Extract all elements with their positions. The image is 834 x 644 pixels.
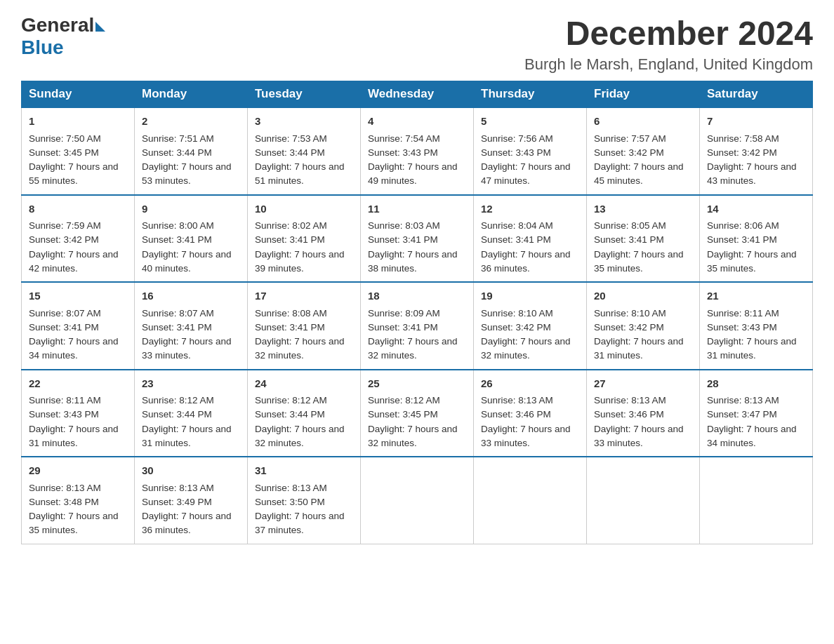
calendar-header-row: SundayMondayTuesdayWednesdayThursdayFrid… [22, 81, 813, 108]
day-number: 18 [368, 288, 466, 304]
calendar-cell: 15Sunrise: 8:07 AMSunset: 3:41 PMDayligh… [22, 282, 135, 370]
day-number: 24 [255, 376, 353, 392]
calendar-cell: 19Sunrise: 8:10 AMSunset: 3:42 PMDayligh… [474, 282, 587, 370]
location-title: Burgh le Marsh, England, United Kingdom [524, 55, 813, 74]
day-number: 26 [481, 376, 579, 392]
day-header-wednesday: Wednesday [361, 81, 474, 108]
day-number: 14 [707, 201, 805, 217]
day-number: 11 [368, 201, 466, 217]
calendar-cell: 13Sunrise: 8:05 AMSunset: 3:41 PMDayligh… [587, 195, 700, 283]
page-header: General Blue December 2024 Burgh le Mars… [21, 14, 813, 74]
calendar-cell: 27Sunrise: 8:13 AMSunset: 3:46 PMDayligh… [587, 370, 700, 457]
calendar-cell: 21Sunrise: 8:11 AMSunset: 3:43 PMDayligh… [700, 282, 813, 370]
calendar-cell: 17Sunrise: 8:08 AMSunset: 3:41 PMDayligh… [248, 282, 361, 370]
calendar-cell [361, 457, 474, 544]
day-number: 30 [142, 463, 240, 479]
calendar-cell: 23Sunrise: 8:12 AMSunset: 3:44 PMDayligh… [135, 370, 248, 457]
day-number: 23 [142, 376, 240, 392]
calendar-cell: 5Sunrise: 7:56 AMSunset: 3:43 PMDaylight… [474, 107, 587, 195]
day-number: 12 [481, 201, 579, 217]
calendar-cell: 9Sunrise: 8:00 AMSunset: 3:41 PMDaylight… [135, 195, 248, 283]
logo-general-text: General [21, 14, 94, 36]
calendar-cell: 25Sunrise: 8:12 AMSunset: 3:45 PMDayligh… [361, 370, 474, 457]
day-header-tuesday: Tuesday [248, 81, 361, 108]
calendar-cell: 28Sunrise: 8:13 AMSunset: 3:47 PMDayligh… [700, 370, 813, 457]
day-header-friday: Friday [587, 81, 700, 108]
calendar-table: SundayMondayTuesdayWednesdayThursdayFrid… [21, 81, 813, 544]
day-number: 31 [255, 463, 353, 479]
calendar-cell: 1Sunrise: 7:50 AMSunset: 3:45 PMDaylight… [22, 107, 135, 195]
day-number: 17 [255, 288, 353, 304]
calendar-week-row: 15Sunrise: 8:07 AMSunset: 3:41 PMDayligh… [22, 282, 813, 370]
calendar-cell: 3Sunrise: 7:53 AMSunset: 3:44 PMDaylight… [248, 107, 361, 195]
calendar-cell: 20Sunrise: 8:10 AMSunset: 3:42 PMDayligh… [587, 282, 700, 370]
calendar-cell: 8Sunrise: 7:59 AMSunset: 3:42 PMDaylight… [22, 195, 135, 283]
day-number: 7 [707, 114, 805, 130]
day-number: 10 [255, 201, 353, 217]
calendar-cell: 10Sunrise: 8:02 AMSunset: 3:41 PMDayligh… [248, 195, 361, 283]
calendar-cell: 26Sunrise: 8:13 AMSunset: 3:46 PMDayligh… [474, 370, 587, 457]
day-number: 16 [142, 288, 240, 304]
calendar-week-row: 29Sunrise: 8:13 AMSunset: 3:48 PMDayligh… [22, 457, 813, 544]
day-header-sunday: Sunday [22, 81, 135, 108]
day-number: 22 [29, 376, 127, 392]
day-number: 29 [29, 463, 127, 479]
day-number: 19 [481, 288, 579, 304]
day-number: 20 [594, 288, 692, 304]
calendar-cell: 22Sunrise: 8:11 AMSunset: 3:43 PMDayligh… [22, 370, 135, 457]
calendar-cell: 16Sunrise: 8:07 AMSunset: 3:41 PMDayligh… [135, 282, 248, 370]
day-header-monday: Monday [135, 81, 248, 108]
calendar-cell: 6Sunrise: 7:57 AMSunset: 3:42 PMDaylight… [587, 107, 700, 195]
day-number: 2 [142, 114, 240, 130]
calendar-week-row: 22Sunrise: 8:11 AMSunset: 3:43 PMDayligh… [22, 370, 813, 457]
calendar-cell: 7Sunrise: 7:58 AMSunset: 3:42 PMDaylight… [700, 107, 813, 195]
logo-arrow-icon [95, 22, 105, 32]
logo: General Blue [21, 14, 105, 59]
calendar-cell: 29Sunrise: 8:13 AMSunset: 3:48 PMDayligh… [22, 457, 135, 544]
day-number: 6 [594, 114, 692, 130]
logo-blue-text: Blue [21, 36, 64, 59]
day-number: 25 [368, 376, 466, 392]
calendar-cell: 31Sunrise: 8:13 AMSunset: 3:50 PMDayligh… [248, 457, 361, 544]
day-number: 1 [29, 114, 127, 130]
day-number: 28 [707, 376, 805, 392]
calendar-cell: 11Sunrise: 8:03 AMSunset: 3:41 PMDayligh… [361, 195, 474, 283]
calendar-cell [474, 457, 587, 544]
calendar-cell [700, 457, 813, 544]
day-number: 8 [29, 201, 127, 217]
day-number: 3 [255, 114, 353, 130]
calendar-week-row: 8Sunrise: 7:59 AMSunset: 3:42 PMDaylight… [22, 195, 813, 283]
day-number: 5 [481, 114, 579, 130]
calendar-cell: 14Sunrise: 8:06 AMSunset: 3:41 PMDayligh… [700, 195, 813, 283]
calendar-cell: 4Sunrise: 7:54 AMSunset: 3:43 PMDaylight… [361, 107, 474, 195]
calendar-cell: 30Sunrise: 8:13 AMSunset: 3:49 PMDayligh… [135, 457, 248, 544]
day-header-saturday: Saturday [700, 81, 813, 108]
day-number: 9 [142, 201, 240, 217]
title-section: December 2024 Burgh le Marsh, England, U… [524, 14, 813, 74]
day-number: 21 [707, 288, 805, 304]
day-number: 13 [594, 201, 692, 217]
calendar-cell: 2Sunrise: 7:51 AMSunset: 3:44 PMDaylight… [135, 107, 248, 195]
calendar-week-row: 1Sunrise: 7:50 AMSunset: 3:45 PMDaylight… [22, 107, 813, 195]
calendar-cell: 12Sunrise: 8:04 AMSunset: 3:41 PMDayligh… [474, 195, 587, 283]
day-number: 4 [368, 114, 466, 130]
day-number: 27 [594, 376, 692, 392]
calendar-cell: 24Sunrise: 8:12 AMSunset: 3:44 PMDayligh… [248, 370, 361, 457]
calendar-cell [587, 457, 700, 544]
day-header-thursday: Thursday [474, 81, 587, 108]
calendar-cell: 18Sunrise: 8:09 AMSunset: 3:41 PMDayligh… [361, 282, 474, 370]
day-number: 15 [29, 288, 127, 304]
month-title: December 2024 [524, 14, 813, 53]
